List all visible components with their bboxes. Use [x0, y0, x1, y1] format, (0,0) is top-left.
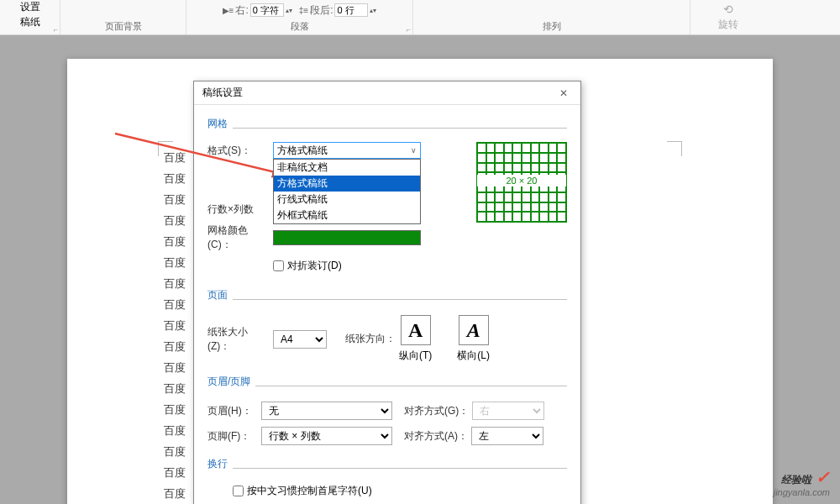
ribbon-rotate: ⟲ 旋转 — [715, 1, 742, 34]
expand-icon[interactable]: ⌐ — [407, 25, 411, 34]
format-option[interactable]: 非稿纸文档 — [274, 160, 420, 176]
ribbon-group-page-bg: 页面背景 — [67, 20, 179, 34]
header-select[interactable]: 无 — [261, 402, 392, 420]
spacing-after: ‡≡ 段后: ▴▾ — [299, 3, 377, 18]
footer-align-label: 对齐方式(A)： — [404, 429, 468, 444]
watermark: 经验啦 ✓ jingyanla.com — [774, 467, 830, 497]
footer-label: 页脚(F)： — [207, 429, 258, 444]
header-label: 页眉(H)： — [207, 404, 258, 418]
ribbon-group-paragraph: 段落 — [193, 20, 406, 34]
grid-paper-dialog: 稿纸设置 ✕ 网格 格式(S)： 方格式稿纸 ∨ 非稿纸文档方格式稿纸行线式稿纸… — [193, 81, 581, 504]
landscape-icon[interactable]: A — [459, 315, 489, 345]
rows-cols-label: 行数×列数 — [207, 202, 270, 217]
spacing-after-input[interactable] — [334, 3, 368, 17]
section-header-footer: 页眉/页脚 — [207, 375, 255, 387]
dialog-title: 稿纸设置 — [202, 86, 243, 100]
portrait-icon[interactable]: A — [401, 315, 431, 345]
ribbon-group-arrange: 排列 — [420, 20, 683, 34]
format-option[interactable]: 外框式稿纸 — [274, 207, 420, 223]
fold-bind-label: 对折装订(D) — [287, 259, 342, 273]
fold-bind-checkbox[interactable] — [273, 260, 284, 271]
format-label: 格式(S)： — [207, 144, 270, 158]
expand-icon[interactable]: ⌐ — [54, 25, 58, 34]
grid-color-label: 网格颜色(C)： — [207, 223, 270, 252]
paper-size-label: 纸张大小(Z)： — [207, 325, 270, 354]
header-align-select: 右 — [472, 402, 544, 420]
footer-align-select[interactable]: 左 — [471, 427, 543, 445]
chevron-down-icon: ∨ — [411, 146, 417, 155]
grid-color-picker[interactable] — [273, 230, 421, 245]
format-option[interactable]: 行线式稿纸 — [274, 192, 420, 207]
section-wrap: 换行 — [207, 458, 233, 470]
landscape-label: 横向(L) — [457, 349, 490, 363]
footer-select[interactable]: 行数 × 列数 — [261, 427, 392, 445]
section-grid: 网格 — [207, 118, 233, 129]
grid-preview: 20 × 20 — [476, 142, 567, 223]
ribbon-item-grid-paper[interactable]: 稿纸 — [20, 15, 40, 29]
section-page: 页面 — [207, 289, 233, 301]
indent-right: ▶≡ 右: ▴▾ — [223, 3, 292, 18]
chinese-wrap-checkbox[interactable] — [233, 486, 244, 496]
format-dropdown[interactable]: 方格式稿纸 ∨ — [273, 142, 421, 159]
orientation-label: 纸张方向： — [345, 332, 396, 346]
chinese-wrap-label: 按中文习惯控制首尾字符(U) — [247, 484, 372, 498]
header-align-label: 对齐方式(G)： — [404, 404, 469, 418]
paper-size-select[interactable]: A4 — [273, 330, 327, 349]
ribbon-item-settings[interactable]: 设置 — [20, 0, 40, 14]
close-icon[interactable]: ✕ — [555, 87, 572, 99]
indent-right-input[interactable] — [250, 3, 284, 17]
format-option[interactable]: 方格式稿纸 — [274, 176, 420, 192]
portrait-label: 纵向(T) — [399, 349, 432, 363]
